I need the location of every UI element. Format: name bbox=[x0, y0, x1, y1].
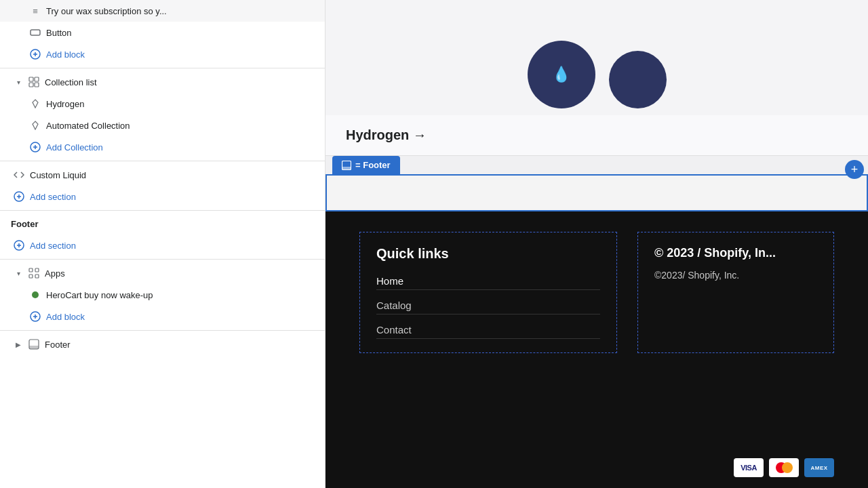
add-circle-icon-5 bbox=[30, 311, 41, 322]
mastercard-card bbox=[769, 458, 799, 477]
svg-rect-2 bbox=[29, 77, 33, 81]
amex-card: AMEX bbox=[804, 458, 834, 477]
amex-label: AMEX bbox=[810, 465, 827, 471]
quick-links-title: Quick links bbox=[376, 246, 600, 262]
button-icon bbox=[30, 27, 41, 38]
quick-link-contact[interactable]: Contact bbox=[376, 324, 600, 339]
hydrogen-title-bar: Hydrogen → bbox=[326, 115, 868, 156]
preview-products: 💧 bbox=[326, 0, 868, 115]
quick-links-box: Quick links Home Catalog Contact bbox=[359, 232, 617, 353]
grid-icon bbox=[28, 77, 39, 87]
divider-4 bbox=[0, 259, 325, 260]
divider-3 bbox=[0, 210, 325, 211]
divider-1 bbox=[0, 68, 325, 68]
footer-payment-methods: VISA AMEX bbox=[326, 447, 868, 488]
copyright-text: ©2023/ Shopify, Inc. bbox=[654, 270, 817, 281]
chevron-down-icon: ▾ bbox=[14, 77, 23, 87]
svg-rect-5 bbox=[35, 83, 39, 87]
svg-rect-12 bbox=[35, 274, 39, 278]
product-circle-1: 💧 bbox=[528, 41, 595, 108]
svg-rect-3 bbox=[35, 77, 39, 81]
sidebar-item-hydrogen[interactable]: Hydrogen bbox=[0, 93, 325, 115]
mastercard-circles bbox=[776, 462, 793, 473]
quick-links-list: Home Catalog Contact bbox=[376, 275, 600, 339]
footer-border-section bbox=[326, 174, 868, 211]
add-block-button-1[interactable]: Add block bbox=[0, 43, 325, 65]
add-block-button-apps[interactable]: Add block bbox=[0, 306, 325, 327]
svg-point-13 bbox=[32, 291, 39, 298]
footer-icon bbox=[28, 339, 39, 350]
divider-5 bbox=[0, 330, 325, 331]
svg-rect-4 bbox=[29, 83, 33, 87]
footer-tab-label[interactable]: = Footer bbox=[332, 156, 400, 174]
text-lines-icon: ≡ bbox=[30, 5, 41, 16]
copyright-title: © 2023 / Shopify, In... bbox=[654, 246, 817, 260]
sidebar-item-text[interactable]: ≡ Try our wax subscription so y... bbox=[0, 0, 325, 22]
sidebar-item-herocart[interactable]: HeroCart buy now wake-up bbox=[0, 284, 325, 306]
chevron-down-icon-apps: ▾ bbox=[14, 268, 23, 278]
quick-link-catalog[interactable]: Catalog bbox=[376, 300, 600, 314]
add-circle-icon-1 bbox=[30, 49, 41, 60]
add-circle-icon-2 bbox=[30, 142, 41, 152]
chevron-right-icon: ▶ bbox=[14, 340, 23, 349]
add-circle-icon-3 bbox=[14, 191, 24, 202]
add-section-button-footer[interactable]: Add section bbox=[0, 235, 325, 256]
sidebar-item-custom-liquid[interactable]: Custom Liquid bbox=[0, 164, 325, 186]
sidebar: ≡ Try our wax subscription so y... Butto… bbox=[0, 0, 326, 488]
sidebar-item-collection-list[interactable]: ▾ Collection list bbox=[0, 71, 325, 93]
apps-icon bbox=[28, 268, 39, 279]
svg-rect-16 bbox=[29, 346, 39, 349]
svg-rect-11 bbox=[29, 274, 33, 278]
diamond-icon-1 bbox=[30, 98, 41, 109]
copyright-box: © 2023 / Shopify, In... ©2023/ Shopify, … bbox=[637, 232, 834, 353]
hydrogen-title-text: Hydrogen → bbox=[346, 127, 427, 143]
sidebar-item-apps[interactable]: ▾ Apps bbox=[0, 262, 325, 284]
sidebar-item-footer-collapsed[interactable]: ▶ Footer bbox=[0, 333, 325, 355]
svg-rect-10 bbox=[35, 268, 39, 272]
sidebar-item-button[interactable]: Button bbox=[0, 22, 325, 43]
green-dot-icon bbox=[30, 289, 41, 300]
product-circle-2 bbox=[609, 51, 667, 108]
svg-rect-9 bbox=[29, 268, 33, 272]
preview-area: 💧 Hydrogen → = Footer + Quick links bbox=[326, 0, 868, 488]
footer-dark-section: Quick links Home Catalog Contact © 2023 … bbox=[326, 211, 868, 447]
add-section-plus-button[interactable]: + bbox=[845, 160, 864, 179]
divider-2 bbox=[0, 161, 325, 161]
svg-rect-18 bbox=[342, 167, 351, 170]
footer-group-label: Footer bbox=[0, 214, 325, 235]
visa-card: VISA bbox=[734, 458, 764, 477]
code-icon bbox=[14, 169, 24, 180]
quick-link-home[interactable]: Home bbox=[376, 275, 600, 290]
mc-orange-circle bbox=[782, 462, 793, 473]
add-collection-button[interactable]: Add Collection bbox=[0, 136, 325, 158]
footer-inner: Quick links Home Catalog Contact © 2023 … bbox=[359, 232, 834, 353]
sidebar-item-automated[interactable]: Automated Collection bbox=[0, 115, 325, 136]
add-section-button-1[interactable]: Add section bbox=[0, 186, 325, 207]
add-circle-icon-4 bbox=[14, 240, 24, 251]
diamond-icon-2 bbox=[30, 120, 41, 131]
svg-rect-0 bbox=[31, 30, 40, 35]
drop-icon-1: 💧 bbox=[552, 66, 570, 83]
footer-tab-icon bbox=[342, 161, 351, 170]
footer-tab[interactable]: = Footer + bbox=[326, 156, 868, 174]
visa-label: VISA bbox=[741, 464, 757, 472]
